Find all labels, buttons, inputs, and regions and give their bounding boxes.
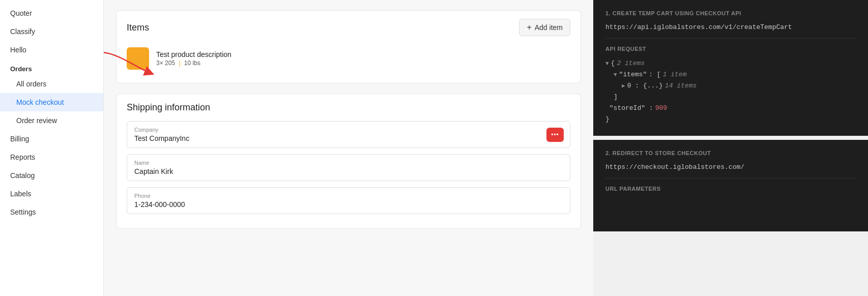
right-panel: 1. CREATE TEMP CART USING CHECKOUT API h… [593, 0, 868, 296]
code-colon-1: : [ [649, 69, 660, 80]
code-comment-3: 14 items [665, 80, 697, 92]
items-header: Items + Add item [127, 19, 570, 36]
code-close-bracket: ] [614, 92, 618, 103]
code-bracket-1: { [611, 58, 615, 69]
name-value: Captain Kirk [134, 167, 563, 175]
arrow-icon-1[interactable]: ▼ [605, 59, 609, 69]
step2-url: https://checkout.iglobalstores.com/ [605, 163, 856, 171]
product-thumbnail [127, 47, 149, 70]
name-field: Name Captain Kirk [127, 154, 570, 181]
sidebar-item-catalog[interactable]: Catalog [0, 166, 103, 185]
sidebar-item-reports[interactable]: Reports [0, 148, 103, 166]
code-line-2: ▼ "items" : [ 1 item [605, 69, 856, 80]
phone-field: Phone 1-234-000-0000 [127, 187, 570, 214]
shipping-title: Shipping information [127, 102, 570, 113]
sidebar-item-label: Mock checkout [16, 98, 64, 106]
plus-icon: + [527, 23, 531, 32]
product-weight: 10 lbs [184, 60, 200, 67]
company-field: Company Test CompanyInc ••• [127, 121, 570, 148]
sidebar-item-label: Order review [16, 116, 57, 125]
arrow-icon-3[interactable]: ▶ [622, 81, 625, 91]
code-line-3: ▶ 0 : {...} 14 items [605, 80, 856, 92]
api-section-1: 1. CREATE TEMP CART USING CHECKOUT API h… [593, 0, 868, 136]
api-section-2: 2. REDIRECT TO STORE CHECKOUT https://ch… [593, 140, 868, 231]
code-storeid-value: 909 [655, 103, 667, 114]
sidebar-item-labels[interactable]: Labels [0, 185, 103, 203]
arrow-icon-2[interactable]: ▼ [614, 70, 617, 80]
product-name: Test product description [156, 50, 570, 58]
add-item-button[interactable]: + Add item [519, 19, 570, 36]
code-index: 0 : {...} [627, 80, 663, 92]
code-key-items: "items" [619, 69, 647, 80]
company-label: Company [134, 127, 563, 133]
sidebar-item-order-review[interactable]: Order review [0, 111, 103, 130]
name-label: Name [134, 160, 563, 166]
url-params-label: URL PARAMETERS [605, 186, 856, 192]
step1-url: https://api.iglobalstores.com/v1/createT… [605, 23, 856, 31]
sidebar-item-label: Catalog [10, 171, 35, 180]
code-line-1: ▼ { 2 items [605, 58, 856, 69]
code-comment-2: 1 item [663, 69, 687, 80]
sidebar-item-all-orders[interactable]: All orders [0, 75, 103, 93]
step1-title: 1. CREATE TEMP CART USING CHECKOUT API [605, 10, 856, 16]
code-block: ▼ { 2 items ▼ "items" : [ 1 item ▶ 0 : {… [605, 58, 856, 126]
code-storeid-key: "storeId" : [605, 103, 653, 114]
phone-label: Phone [134, 193, 563, 199]
code-line-4: ] [605, 92, 856, 103]
sidebar-item-classify[interactable]: Classify [0, 22, 103, 41]
sidebar-item-label: Classify [10, 27, 35, 36]
company-actions-button[interactable]: ••• [546, 128, 564, 142]
code-close-brace: } [605, 114, 610, 125]
sidebar-item-mock-checkout[interactable]: Mock checkout [0, 93, 103, 111]
code-comment-1: 2 items [617, 58, 645, 69]
sidebar-item-quoter[interactable]: Quoter [0, 4, 103, 22]
product-row-wrapper: Test product description 3× 205 | 10 lbs [127, 42, 570, 75]
phone-value: 1-234-000-0000 [134, 200, 563, 209]
sidebar-item-billing[interactable]: Billing [0, 130, 103, 148]
step2-title: 2. REDIRECT TO STORE CHECKOUT [605, 150, 856, 156]
add-item-label: Add item [535, 23, 563, 32]
company-value: Test CompanyInc [134, 134, 563, 142]
sidebar-item-label: Billing [10, 135, 29, 143]
code-divider-1 [605, 38, 856, 39]
sidebar-item-label: Hello [10, 46, 26, 54]
product-separator: | [179, 60, 182, 67]
product-info: Test product description 3× 205 | 10 lbs [156, 50, 570, 67]
api-request-label: API REQUEST [605, 46, 856, 52]
sidebar-item-label: Settings [10, 208, 36, 216]
sidebar-item-label: All orders [16, 80, 46, 88]
sidebar-item-label: Quoter [10, 9, 32, 17]
sidebar-item-label: Labels [10, 190, 31, 198]
dots-icon: ••• [551, 131, 559, 138]
sidebar-item-settings[interactable]: Settings [0, 203, 103, 221]
code-line-6: } [605, 114, 856, 125]
sidebar-item-hello[interactable]: Hello [0, 41, 103, 59]
sidebar-section-orders: Orders [0, 59, 103, 75]
shipping-card: Shipping information Company Test Compan… [116, 94, 581, 229]
code-divider-2 [605, 178, 856, 179]
main-content: Items + Add item Test product descr [104, 0, 593, 296]
code-line-5: "storeId" : 909 [605, 103, 856, 114]
product-meta: 3× 205 | 10 lbs [156, 60, 570, 67]
product-item: Test product description 3× 205 | 10 lbs [127, 42, 570, 75]
items-title: Items [127, 22, 149, 33]
product-quantity: 3× [156, 60, 163, 67]
sidebar: Quoter Classify Hello Orders All orders … [0, 0, 104, 296]
product-weight-value: 205 [165, 60, 175, 67]
sidebar-item-label: Reports [10, 153, 35, 161]
items-card: Items + Add item Test product descr [116, 10, 581, 83]
